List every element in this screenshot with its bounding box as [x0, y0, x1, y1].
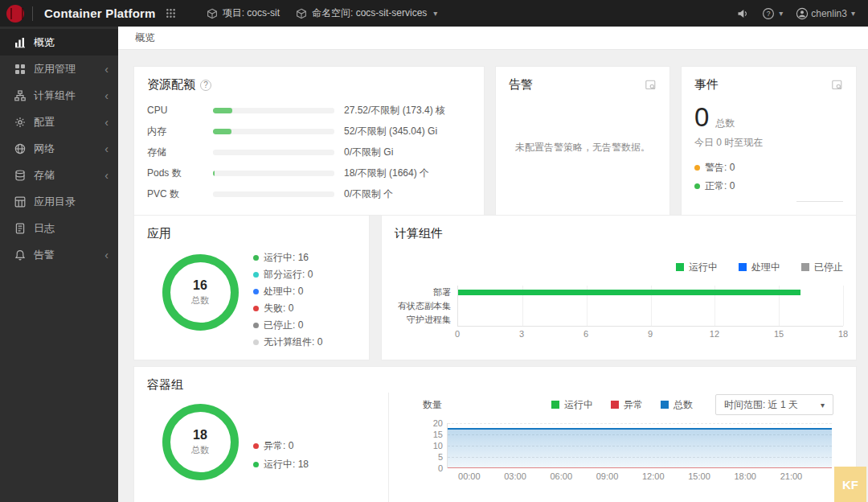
sidebar-item-label: 网络 — [34, 142, 96, 156]
customer-service-badge[interactable]: KF — [834, 467, 866, 502]
namespace-label: 命名空间: cocs-sit-services — [312, 6, 427, 20]
y-tick-label: 10 — [433, 441, 443, 451]
help-menu-button[interactable]: ? ▾ — [762, 7, 783, 20]
sidebar-item-logs[interactable]: 日志 — [0, 215, 118, 241]
timeline-x-axis: 00:0003:0006:0009:0012:0015:0018:0021:00 — [447, 468, 832, 481]
resource-quota-card: 资源配额 ? CPU27.52/不限制 (173.4) 核内存52/不限制 (3… — [133, 66, 485, 216]
legend-swatch — [661, 401, 669, 409]
events-legend: 警告: 0正常: 0 — [694, 161, 843, 193]
events-period: 今日 0 时至现在 — [694, 136, 843, 150]
x-tick-label: 12:00 — [642, 471, 665, 481]
sidebar-item-storage[interactable]: 存储‹ — [0, 162, 118, 188]
chevron-left-icon: ‹ — [104, 249, 108, 261]
legend-label: 部分运行: 0 — [264, 268, 313, 282]
quota-row: 存储0/不限制 Gi — [147, 142, 471, 163]
chevron-down-icon: ▾ — [821, 401, 825, 409]
legend-label: 已停止: 0 — [264, 319, 303, 332]
legend-item: 失败: 0 — [253, 302, 322, 315]
legend-swatch — [801, 263, 809, 271]
sidebar-item-config[interactable]: 配置‹ — [0, 109, 118, 135]
quota-rows: CPU27.52/不限制 (173.4) 核内存52/不限制 (345.04) … — [147, 100, 471, 204]
legend-dot — [253, 323, 259, 328]
events-title: 事件 — [694, 77, 719, 93]
resource-quota-title: 资源配额 — [147, 77, 195, 93]
sidebar-item-workloads[interactable]: 计算组件‹ — [0, 82, 118, 109]
chevron-left-icon: ‹ — [104, 117, 108, 128]
user-menu-button[interactable]: chenlin3 ▾ — [796, 7, 855, 20]
legend-dot — [253, 306, 259, 311]
applications-donut-label: 总数 — [191, 294, 209, 307]
quota-progress-bar — [213, 150, 334, 155]
pods-card: 容器组 18 总数 异常: 0运行中: 18 — [133, 366, 857, 502]
quota-value: 0/不限制 Gi — [344, 146, 471, 159]
legend-item[interactable]: 处理中 — [739, 261, 780, 274]
quota-progress-bar — [213, 129, 334, 134]
workloads-bar-chart — [457, 286, 843, 327]
legend-label: 运行中: 16 — [264, 251, 309, 265]
quota-row: 内存52/不限制 (345.04) Gi — [147, 121, 471, 142]
gridline — [843, 286, 844, 326]
legend-item[interactable]: 已停止 — [801, 261, 843, 274]
sidebar-item-apps[interactable]: 应用管理‹ — [0, 56, 118, 82]
legend-dot — [694, 183, 700, 189]
events-detail-icon[interactable] — [831, 79, 843, 91]
project-selector[interactable]: 项目: cocs-sit — [207, 6, 280, 20]
legend-item[interactable]: 运行中 — [551, 398, 593, 412]
legend-dot — [694, 165, 700, 171]
y-tick-label: 20 — [433, 418, 443, 428]
time-range-value: 时间范围: 近 1 天 — [724, 398, 798, 412]
sidebar-item-catalog[interactable]: 应用目录 — [0, 188, 118, 215]
applications-donut-chart: 16 总数 — [162, 254, 239, 331]
product-title: Container Platform — [44, 6, 156, 20]
pods-title: 容器组 — [147, 377, 183, 393]
legend-swatch — [611, 401, 619, 409]
quota-row: Pods 数18/不限制 (1664) 个 — [147, 163, 471, 183]
x-tick-label: 15:00 — [688, 471, 710, 481]
announcement-button[interactable] — [737, 8, 749, 19]
legend-item[interactable]: 总数 — [661, 398, 693, 412]
legend-label: 异常: 0 — [264, 439, 293, 453]
legend-label: 警告: 0 — [705, 161, 735, 175]
brand-logo — [6, 5, 24, 23]
quota-row: CPU27.52/不限制 (173.4) 核 — [147, 100, 471, 121]
alerts-title: 告警 — [509, 77, 533, 93]
applications-donut-total: 16 — [193, 278, 207, 293]
legend-dot — [253, 462, 259, 467]
sitemap-icon — [14, 90, 26, 101]
time-range-select[interactable]: 时间范围: 近 1 天 ▾ — [715, 394, 833, 415]
sidebar-item-overview[interactable]: 概览 — [0, 29, 118, 56]
legend-item: 异常: 0 — [253, 439, 309, 453]
namespace-selector[interactable]: 命名空间: cocs-sit-services ▾ — [296, 6, 437, 20]
legend-swatch — [676, 263, 684, 271]
help-icon[interactable]: ? — [200, 80, 211, 91]
x-tick-label: 9 — [648, 329, 653, 339]
bar-chart-icon — [14, 37, 26, 48]
sidebar-item-alerts[interactable]: 告警‹ — [0, 241, 118, 268]
app-launcher-icon[interactable] — [166, 8, 176, 19]
alerts-detail-icon[interactable] — [645, 79, 657, 91]
sidebar-items: 概览应用管理‹计算组件‹配置‹网络‹存储‹应用目录日志告警‹ — [0, 27, 118, 268]
catalog-icon — [14, 196, 26, 208]
pods-donut-total: 18 — [193, 428, 207, 442]
legend-item[interactable]: 运行中 — [676, 261, 718, 274]
legend-label: 运行中 — [689, 261, 718, 273]
pods-timeline-chart: 20151050 — [447, 423, 832, 468]
y-tick-label: 0 — [438, 463, 443, 473]
legend-item: 运行中: 16 — [253, 251, 322, 265]
quota-resource-label: CPU — [147, 105, 213, 116]
legend-item[interactable]: 异常 — [611, 398, 643, 412]
x-tick-label: 18:00 — [734, 471, 756, 481]
chevron-down-icon: ▾ — [779, 9, 783, 18]
bar-部署 — [458, 290, 800, 295]
x-tick-label: 00:00 — [458, 471, 481, 481]
sidebar-item-label: 概览 — [34, 35, 108, 50]
chevron-down-icon: ▾ — [433, 9, 437, 18]
y-tick-label: 5 — [438, 452, 443, 462]
x-tick-label: 03:00 — [504, 471, 526, 481]
sidebar-item-network[interactable]: 网络‹ — [0, 135, 118, 162]
breadcrumb-item: 概览 — [135, 31, 155, 45]
category-label: 部署 — [395, 286, 451, 299]
workloads-x-axis: 0369121518 — [457, 327, 843, 339]
legend-item: 处理中: 0 — [253, 285, 322, 298]
events-total: 0 — [694, 102, 709, 133]
